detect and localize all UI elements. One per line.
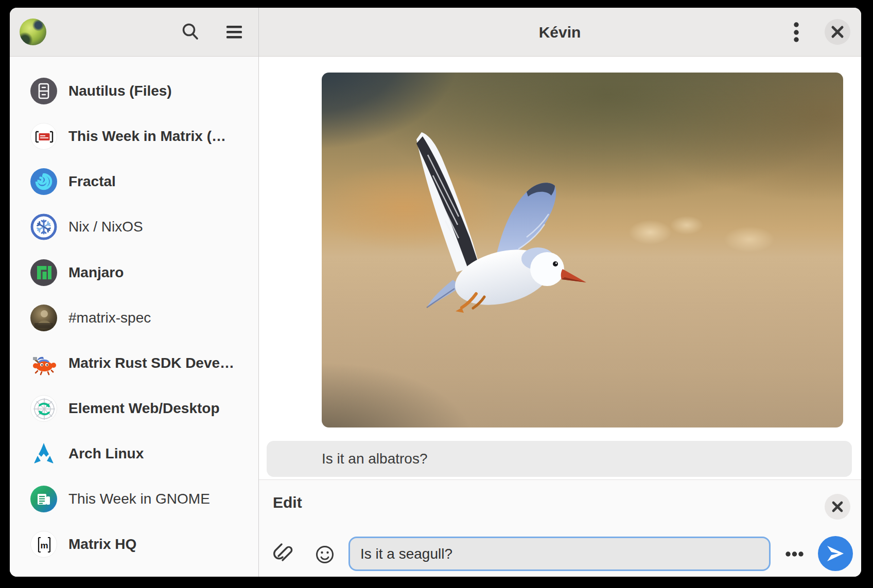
paperclip-icon [273, 543, 294, 565]
rust-crab-icon [30, 350, 57, 377]
sidebar-item-matrix-spec[interactable]: #matrix-spec [10, 295, 258, 341]
message-bubble[interactable]: Is it an albatros? [267, 441, 852, 477]
send-icon [826, 545, 845, 562]
hamburger-menu-icon [224, 22, 245, 42]
element-icon [30, 395, 57, 422]
ellipsis-icon [780, 548, 809, 560]
attach-file-button[interactable] [273, 543, 294, 565]
message-attachment-seagull-photo[interactable] [322, 73, 843, 427]
room-label: Manjaro [68, 250, 124, 295]
account-avatar[interactable] [20, 19, 46, 45]
room-menu-button[interactable] [789, 17, 804, 47]
search-icon [180, 22, 201, 42]
room-label: Fractal [68, 159, 116, 204]
send-message-button[interactable] [818, 536, 853, 571]
search-button[interactable] [180, 22, 201, 42]
sidebar-item-nautilus[interactable]: Nautilus (Files) [10, 68, 258, 114]
smiley-icon [315, 545, 335, 564]
matrix-hq-icon: m [30, 531, 57, 558]
matrix-spec-avatar [30, 305, 57, 331]
arch-icon [30, 440, 57, 467]
fractal-icon [30, 168, 57, 195]
room-label: Matrix Rust SDK Deve… [68, 341, 234, 386]
room-label: Element Web/Desktop [68, 386, 220, 431]
sidebar-item-rust-sdk[interactable]: Matrix Rust SDK Deve… [10, 341, 258, 386]
close-window-button[interactable] [825, 19, 850, 45]
fractal-window: Kévin Nautilus (Files) [10, 8, 861, 577]
close-icon [831, 501, 844, 513]
more-options-button[interactable] [780, 548, 809, 560]
close-icon [831, 25, 844, 39]
sidebar-item-arch[interactable]: Arch Linux [10, 431, 258, 476]
seagull-illustration [322, 73, 843, 427]
sidebar-item-nix[interactable]: Nix / NixOS [10, 204, 258, 250]
nautilus-icon [30, 78, 57, 104]
chat-title: Kévin [258, 8, 861, 57]
cancel-edit-button[interactable] [825, 494, 850, 520]
nix-icon [30, 213, 57, 240]
message-input[interactable] [348, 537, 771, 571]
room-label: Nautilus (Files) [68, 68, 172, 114]
manjaro-icon [30, 259, 57, 286]
room-label: #matrix-spec [68, 295, 151, 341]
sidebar-item-fractal[interactable]: Fractal [10, 159, 258, 204]
room-label: Nix / NixOS [68, 204, 143, 250]
room-label: This Week in Matrix (… [68, 114, 226, 159]
twim-icon [30, 123, 57, 150]
message-text: Is it an albatros? [322, 441, 427, 477]
emoji-button[interactable] [315, 545, 335, 564]
sidebar-item-element[interactable]: Element Web/Desktop [10, 386, 258, 431]
sidebar-item-twig[interactable]: This Week in GNOME [10, 476, 258, 522]
svg-text:m: m [40, 541, 48, 550]
kebab-menu-icon [789, 17, 804, 47]
sidebar-divider [258, 8, 259, 577]
edit-mode-label: Edit [273, 492, 302, 513]
twig-icon [30, 486, 57, 512]
sidebar-item-manjaro[interactable]: Manjaro [10, 250, 258, 295]
room-label: Matrix HQ [68, 522, 136, 567]
sidebar-item-twim[interactable]: This Week in Matrix (… [10, 114, 258, 159]
room-label: Arch Linux [68, 431, 144, 476]
sidebar-item-matrix-hq[interactable]: m Matrix HQ [10, 522, 258, 567]
room-label: This Week in GNOME [68, 476, 210, 522]
room-list: Nautilus (Files) This Week in Matrix (… [10, 57, 258, 577]
main-menu-button[interactable] [224, 22, 245, 42]
